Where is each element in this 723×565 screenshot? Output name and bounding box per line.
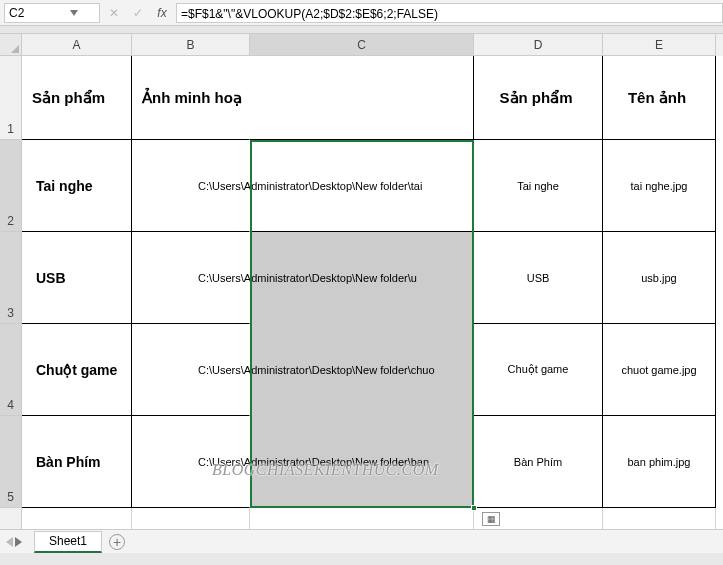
- autofill-options-icon[interactable]: ▦: [482, 512, 500, 526]
- fill-handle[interactable]: [471, 505, 477, 511]
- column-header-A[interactable]: A: [22, 34, 132, 56]
- selection-fill: [250, 232, 474, 508]
- cell-B1[interactable]: Ảnh minh hoạ: [132, 56, 250, 140]
- cell-A5[interactable]: Bàn Phím: [22, 416, 132, 508]
- column-header-E[interactable]: E: [603, 34, 716, 56]
- tab-nav: [6, 537, 30, 547]
- tab-scroll-left-icon[interactable]: [6, 537, 13, 547]
- sheet-tab-active[interactable]: Sheet1: [34, 531, 102, 553]
- cell-E3[interactable]: usb.jpg: [603, 232, 716, 324]
- row-header-1[interactable]: 1: [0, 56, 22, 140]
- data-row-1: Sản phẩm Ảnh minh hoạ Sản phẩm Tên ảnh: [22, 56, 723, 140]
- cell-D4[interactable]: Chuột game: [474, 324, 603, 416]
- cell-C2[interactable]: [250, 140, 474, 232]
- enter-icon[interactable]: ✓: [130, 5, 146, 21]
- data-row-2: Tai nghe Tai nghe tai nghe.jpg: [22, 140, 723, 232]
- cell-A2[interactable]: Tai nghe: [22, 140, 132, 232]
- row-header-6[interactable]: [0, 508, 22, 529]
- cell-B6[interactable]: [132, 508, 250, 529]
- name-box-value: C2: [9, 6, 52, 20]
- cell-E1[interactable]: Tên ảnh: [603, 56, 716, 140]
- cell-C1[interactable]: [250, 56, 474, 140]
- row-header-4[interactable]: 4: [0, 324, 22, 416]
- cell-B5[interactable]: [132, 416, 250, 508]
- column-header-D[interactable]: D: [474, 34, 603, 56]
- cell-B3[interactable]: [132, 232, 250, 324]
- tab-scroll-right-icon[interactable]: [15, 537, 22, 547]
- formula-bar: C2 ✕ ✓ fx =$F$1&"\"&VLOOKUP(A2;$D$2:$E$6…: [0, 0, 723, 26]
- row-header-2[interactable]: 2: [0, 140, 22, 232]
- cell-D2[interactable]: Tai nghe: [474, 140, 603, 232]
- cell-B4[interactable]: [132, 324, 250, 416]
- cancel-icon[interactable]: ✕: [106, 5, 122, 21]
- row-headers: 1 2 3 4 5: [0, 56, 22, 529]
- insert-function-icon[interactable]: fx: [154, 5, 170, 21]
- ribbon-strip: [0, 26, 723, 34]
- column-header-C[interactable]: C: [250, 34, 474, 56]
- cell-E4[interactable]: chuot game.jpg: [603, 324, 716, 416]
- row-header-3[interactable]: 3: [0, 232, 22, 324]
- column-header-B[interactable]: B: [132, 34, 250, 56]
- cell-A1[interactable]: Sản phẩm: [22, 56, 132, 140]
- cell-A4[interactable]: Chuột game: [22, 324, 132, 416]
- row-header-5[interactable]: 5: [0, 416, 22, 508]
- cell-D1[interactable]: Sản phẩm: [474, 56, 603, 140]
- cell-E2[interactable]: tai nghe.jpg: [603, 140, 716, 232]
- cell-A6[interactable]: [22, 508, 132, 529]
- worksheet-grid[interactable]: A B C D E 1 2 3 4 5 Sản phẩm Ảnh minh ho…: [0, 34, 723, 529]
- cell-E6[interactable]: [603, 508, 716, 529]
- horizontal-scrollbar[interactable]: [445, 537, 705, 553]
- data-row-6: [22, 508, 723, 529]
- cell-B2[interactable]: [132, 140, 250, 232]
- column-headers: A B C D E: [0, 34, 723, 56]
- cell-E5[interactable]: ban phim.jpg: [603, 416, 716, 508]
- cell-D5[interactable]: Bàn Phím: [474, 416, 603, 508]
- formula-input[interactable]: =$F$1&"\"&VLOOKUP(A2;$D$2:$E$6;2;FALSE): [176, 3, 723, 23]
- formula-bar-buttons: ✕ ✓ fx: [100, 5, 176, 21]
- cell-A3[interactable]: USB: [22, 232, 132, 324]
- status-bar: [0, 553, 723, 565]
- name-box-dropdown-icon[interactable]: [52, 6, 95, 20]
- cells-container: Sản phẩm Ảnh minh hoạ Sản phẩm Tên ảnh T…: [22, 56, 723, 529]
- cell-D3[interactable]: USB: [474, 232, 603, 324]
- select-all-triangle[interactable]: [0, 34, 22, 56]
- add-sheet-button[interactable]: +: [106, 531, 128, 553]
- cell-C6[interactable]: [250, 508, 474, 529]
- name-box[interactable]: C2: [4, 3, 100, 23]
